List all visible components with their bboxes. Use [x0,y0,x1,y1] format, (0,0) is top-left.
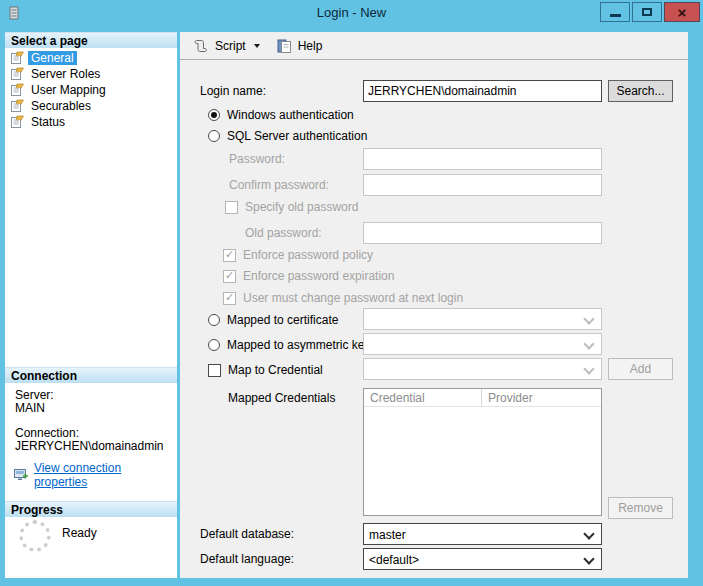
default-language-combobox[interactable]: <default> [363,548,602,570]
checkbox-checked-icon [223,270,236,283]
minimize-button[interactable] [600,2,630,22]
radio-unselected-icon [208,339,220,351]
windows-auth-radio[interactable]: Windows authentication [208,108,354,122]
help-button[interactable]: Help [272,36,327,56]
chevron-down-icon [583,313,594,324]
radio-unselected-icon [208,130,220,142]
mapped-asymmetric-label: Mapped to asymmetric key [227,338,370,352]
chevron-down-icon[interactable] [583,528,594,539]
script-button-label: Script [215,39,246,53]
enforce-expiration-label: Enforce password expiration [243,269,394,283]
map-credential-label: Map to Credential [228,363,323,377]
chevron-down-icon[interactable] [583,553,594,564]
view-connection-properties-link[interactable]: View connection properties [34,461,177,489]
script-button[interactable]: Script [188,36,264,56]
close-icon: × [678,5,687,20]
mapped-certificate-radio[interactable]: Mapped to certificate [208,313,338,327]
sidebar-item-general[interactable]: General [9,50,77,66]
close-button[interactable]: × [664,2,700,22]
minimize-icon [610,14,621,17]
default-database-value: master [369,528,406,542]
sidebar-item-server-roles[interactable]: Server Roles [9,66,103,82]
sidebar: Select a page General Server Roles [5,32,177,578]
maximize-button[interactable] [632,2,662,22]
enforce-policy-label: Enforce password policy [243,248,373,262]
mapped-asymmetric-radio[interactable]: Mapped to asymmetric key [208,338,370,352]
default-language-value: <default> [369,553,419,567]
password-label: Password: [229,152,285,166]
server-value: MAIN [15,401,45,415]
progress-spinner-icon [19,520,51,552]
checkbox-icon [225,201,238,214]
checkbox-checked-icon [223,249,236,262]
server-label: Server: [15,388,54,402]
progress-status: Ready [62,526,97,540]
page-icon [9,115,25,129]
specify-old-password-checkbox: Specify old password [225,200,358,214]
connection-header: Connection [5,367,177,383]
radio-selected-icon [208,109,220,121]
password-input [363,148,602,170]
asymmetric-key-combobox [363,333,602,355]
table-header-row: Credential Provider [364,389,601,407]
connection-properties-icon [13,468,29,482]
confirm-password-label: Confirm password: [229,178,329,192]
must-change-checkbox: User must change password at next login [223,291,463,305]
script-icon [192,38,210,54]
chevron-down-icon [583,338,594,349]
sidebar-item-securables[interactable]: Securables [9,98,94,114]
sidebar-item-status[interactable]: Status [9,114,68,130]
page-icon [9,51,25,65]
login-name-input[interactable] [363,80,602,102]
select-a-page-header: Select a page [5,32,177,48]
mapped-credentials-label: Mapped Credentials [228,391,335,405]
sidebar-item-label: Status [28,115,68,129]
script-dropdown-icon[interactable] [254,44,260,48]
enforce-policy-checkbox: Enforce password policy [223,248,373,262]
sidebar-item-user-mapping[interactable]: User Mapping [9,82,109,98]
login-name-label: Login name: [200,84,266,98]
old-password-label: Old password: [245,226,322,240]
page-icon [9,67,25,81]
checkbox-checked-icon [223,292,236,305]
titlebar[interactable]: Login - New × [0,0,703,26]
old-password-input [363,222,602,244]
window-title: Login - New [0,5,703,20]
maximize-icon [642,8,652,16]
add-button: Add [608,358,673,380]
connection-value: JERRYCHEN\domainadmin [15,439,164,453]
view-connection-properties[interactable]: View connection properties [13,461,177,489]
sidebar-item-label: Securables [28,99,94,113]
default-database-combobox[interactable]: master [363,523,602,545]
default-language-label: Default language: [200,552,294,566]
specify-old-password-label: Specify old password [245,200,358,214]
radio-unselected-icon [208,314,220,326]
map-credential-checkbox[interactable]: Map to Credential [208,363,323,377]
main-panel: Script Help Login name: Search... Window… [180,32,688,578]
credential-column-header[interactable]: Credential [364,389,482,407]
help-icon [276,38,293,54]
default-database-label: Default database: [200,527,294,541]
sql-auth-radio[interactable]: SQL Server authentication [208,129,367,143]
page-icon [9,83,25,97]
remove-button: Remove [608,497,673,519]
enforce-expiration-checkbox: Enforce password expiration [223,269,394,283]
search-button[interactable]: Search... [608,80,673,102]
page-icon [9,99,25,113]
login-new-dialog: Login - New × Select a page General [0,0,703,586]
connection-label: Connection: [15,426,79,440]
provider-column-header[interactable]: Provider [482,389,601,407]
chevron-down-icon [583,363,594,374]
progress-header: Progress [5,501,177,517]
windows-auth-label: Windows authentication [227,108,354,122]
mapped-credentials-table[interactable]: Credential Provider [363,388,602,516]
credential-combobox [363,358,602,380]
sidebar-item-label: User Mapping [28,83,109,97]
sidebar-item-label: General [28,51,77,65]
window-controls: × [600,2,700,22]
toolbar: Script Help [180,32,688,60]
confirm-password-input [363,174,602,196]
certificate-combobox [363,308,602,330]
checkbox-icon [208,364,221,377]
sql-auth-label: SQL Server authentication [227,129,367,143]
